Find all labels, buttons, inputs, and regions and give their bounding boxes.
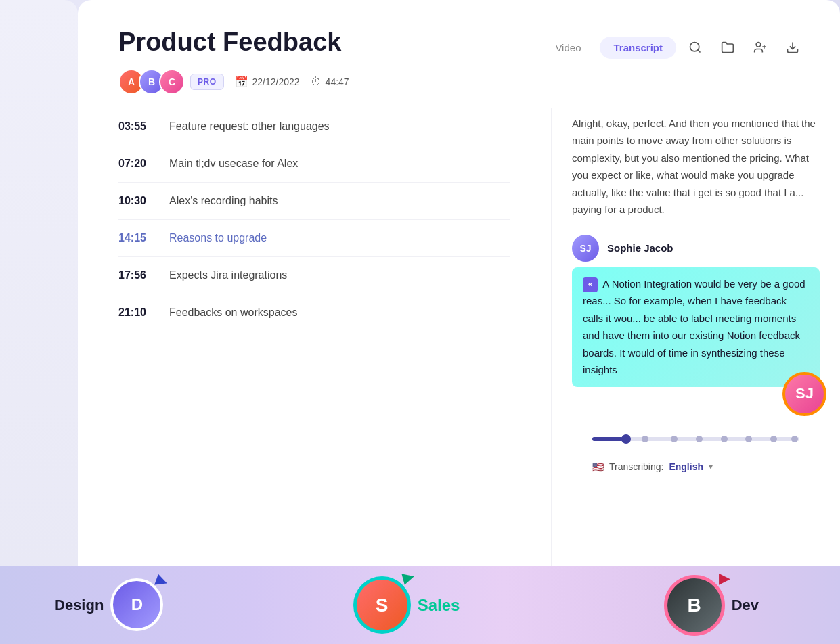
persona-avatar-sales: ▶ S — [353, 576, 411, 634]
sidebar — [0, 0, 78, 644]
folder-icon — [721, 41, 734, 54]
chevron-down-icon[interactable]: ▾ — [709, 462, 713, 472]
add-user-button[interactable] — [747, 34, 774, 61]
svg-point-0 — [690, 43, 699, 51]
progress-track — [592, 437, 799, 441]
progress-bar-container[interactable] — [572, 423, 820, 455]
language-link[interactable]: English — [669, 461, 703, 472]
clock-icon: ⏱ — [311, 76, 322, 88]
progress-fill — [592, 437, 623, 441]
arrow-icon: ▶ — [154, 570, 171, 590]
chapters-panel: 03:55 Feature request: other languages 0… — [78, 108, 552, 582]
download-button[interactable] — [779, 34, 806, 61]
meta-row: A B C PRO 📅 22/12/2022 ⏱ 44:47 — [118, 69, 349, 95]
speaker-row: SJ Sophie Jacob — [572, 235, 820, 262]
chapter-item[interactable]: 14:15 Reasons to upgrade — [118, 220, 510, 257]
chapter-item[interactable]: 17:56 Expects Jira integrations — [118, 257, 510, 294]
search-icon — [688, 41, 702, 54]
header-right: Video Transcript — [541, 34, 806, 61]
quote-bracket-icon: « — [583, 277, 598, 292]
chapter-time: 07:20 — [118, 158, 156, 170]
progress-dot — [745, 436, 752, 442]
tab-transcript[interactable]: Transcript — [600, 37, 676, 59]
flag-icon: 🇺🇸 — [592, 461, 604, 472]
persona-sales-group: ▶ S Sales — [289, 576, 524, 634]
floating-avatar: SJ — [782, 372, 826, 416]
chapter-title: Feedbacks on workspaces — [169, 306, 297, 319]
chapter-time: 10:30 — [118, 195, 156, 207]
avatar-3: C — [159, 69, 185, 95]
duration-meta: ⏱ 44:47 — [311, 76, 349, 88]
progress-dot — [671, 436, 678, 442]
avatar-dev: B — [664, 575, 725, 636]
progress-dot-active — [621, 434, 631, 444]
chapter-title: Alex's recording habits — [169, 195, 278, 207]
svg-point-2 — [756, 43, 761, 47]
header-left: Product Feedback A B C PRO 📅 22/12/2022 … — [118, 27, 349, 95]
progress-dot — [696, 436, 703, 442]
search-button[interactable] — [682, 34, 709, 61]
add-user-icon — [753, 41, 767, 54]
chapter-title-highlight: Reasons to upgrade — [169, 232, 267, 244]
chapter-time: 17:56 — [118, 269, 156, 281]
date-value: 22/12/2022 — [252, 76, 300, 87]
highlighted-transcript: « A Notion Integration would be very be … — [572, 267, 820, 387]
main-card: Product Feedback A B C PRO 📅 22/12/2022 … — [78, 0, 840, 582]
speaker-name: Sophie Jacob — [607, 242, 673, 254]
persona-label-dev: Dev — [732, 597, 759, 614]
chapter-item[interactable]: 10:30 Alex's recording habits — [118, 183, 510, 220]
chapter-time: 03:55 — [118, 120, 156, 133]
header: Product Feedback A B C PRO 📅 22/12/2022 … — [78, 0, 840, 108]
content-area: 03:55 Feature request: other languages 0… — [78, 108, 840, 582]
svg-line-1 — [698, 50, 701, 53]
persona-design-group: Design ▶ D — [54, 578, 289, 632]
persona-avatar-design: ▶ D — [110, 578, 164, 632]
page-title: Product Feedback — [118, 27, 349, 58]
avatars: A B C — [118, 69, 179, 95]
chapter-time: 21:10 — [118, 306, 156, 319]
arrow-icon-green: ▶ — [401, 567, 416, 587]
speaker-avatar: SJ — [572, 235, 599, 262]
transcribing-label: Transcribing: — [609, 461, 663, 472]
tab-video[interactable]: Video — [541, 37, 594, 59]
persona-label-design: Design — [54, 597, 104, 614]
bottom-section: Design ▶ D ▶ S Sales ▶ B Dev — [0, 566, 840, 644]
persona-dev-group: ▶ B Dev — [524, 575, 786, 636]
calendar-icon: 📅 — [235, 75, 248, 88]
language-row: 🇺🇸 Transcribing: English ▾ — [572, 455, 820, 479]
persona-avatar-dev: ▶ B — [664, 575, 725, 636]
progress-dot — [791, 436, 798, 442]
chapter-item[interactable]: 03:55 Feature request: other languages — [118, 108, 510, 145]
chapter-title: Main tl;dv usecase for Alex — [169, 158, 298, 170]
chapter-title: Feature request: other languages — [169, 120, 330, 133]
progress-dot — [770, 436, 777, 442]
avatar-sales: S — [353, 576, 411, 634]
date-meta: 📅 22/12/2022 — [235, 75, 300, 88]
arrow-icon-pink: ▶ — [719, 570, 730, 587]
chapter-time-highlight: 14:15 — [118, 232, 156, 244]
chapter-item[interactable]: 21:10 Feedbacks on workspaces — [118, 294, 510, 331]
chapter-title: Expects Jira integrations — [169, 269, 287, 281]
progress-dot — [721, 436, 728, 442]
transcript-paragraph: Alright, okay, perfect. And then you men… — [572, 108, 820, 218]
pro-badge: PRO — [190, 74, 224, 90]
duration-value: 44:47 — [326, 76, 349, 87]
progress-dot — [642, 436, 648, 442]
persona-label-sales: Sales — [418, 596, 460, 615]
speaker-block: SJ Sophie Jacob « A Notion Integration w… — [572, 235, 820, 413]
chapter-item[interactable]: 07:20 Main tl;dv usecase for Alex — [118, 145, 510, 183]
folder-button[interactable] — [714, 34, 741, 61]
download-icon — [786, 41, 799, 54]
transcript-panel: Alright, okay, perfect. And then you men… — [552, 108, 840, 582]
